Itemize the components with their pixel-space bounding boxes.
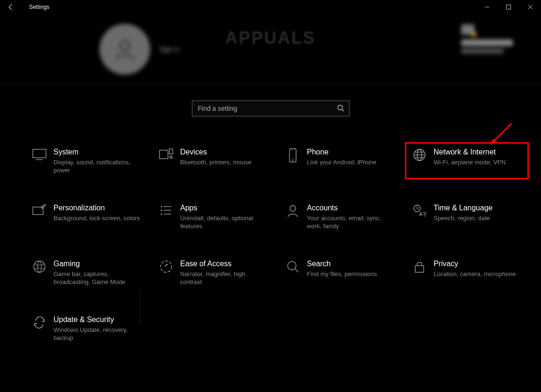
lock-icon: [410, 259, 429, 286]
svg-rect-9: [160, 150, 168, 159]
close-button[interactable]: [519, 0, 541, 14]
tile-update-security[interactable]: Update & SecurityWindows Update, recover…: [28, 313, 145, 344]
tile-desc: Game bar, captures, broadcasting, Game M…: [53, 270, 140, 286]
svg-rect-1: [507, 5, 511, 9]
phone-icon: [283, 147, 302, 174]
tile-title: Update & Security: [53, 315, 140, 324]
devices-icon: [157, 147, 175, 174]
tile-desc: Link your Android, iPhone: [307, 158, 376, 166]
tile-desc: Background, lock screen, colors: [53, 214, 140, 222]
tile-desc: Windows Update, recovery, backup: [53, 326, 140, 342]
windows-update-icon: [461, 24, 474, 35]
windows-update-card[interactable]: [461, 24, 513, 54]
svg-line-32: [295, 269, 298, 272]
tile-apps[interactable]: AppsUninstall, defaults, optional featur…: [155, 201, 272, 232]
tile-desc: Display, sound, notifications, power: [53, 158, 140, 174]
maximize-button[interactable]: [498, 0, 519, 14]
tile-desc: Speech, region, date: [434, 214, 493, 222]
apps-icon: [157, 203, 175, 230]
tile-personalization[interactable]: PersonalizationBackground, lock screen, …: [28, 201, 145, 232]
svg-line-6: [342, 109, 344, 111]
settings-grid: SystemDisplay, sound, notifications, pow…: [28, 146, 541, 344]
title-bar: Settings: [0, 0, 541, 14]
svg-line-34: [493, 123, 511, 142]
gaming-icon: [30, 259, 49, 286]
update-icon: [30, 315, 49, 342]
separator: [140, 289, 140, 325]
svg-point-11: [170, 156, 172, 159]
tile-phone[interactable]: PhoneLink your Android, iPhone: [282, 146, 399, 176]
tile-desc: Uninstall, defaults, optional features: [180, 214, 267, 230]
system-icon: [30, 147, 49, 174]
tile-ease-of-access[interactable]: Ease of AccessNarrator, magnifier, high …: [155, 257, 272, 288]
watermark-text: APPUALS: [225, 28, 316, 48]
tile-time-language[interactable]: A字 Time & LanguageSpeech, region, date: [408, 201, 526, 232]
sign-in-link[interactable]: Sign in: [160, 46, 180, 53]
windows-update-subtitle: [461, 49, 503, 54]
tile-devices[interactable]: DevicesBluetooth, printers, mouse: [155, 146, 272, 176]
personalization-icon: [30, 203, 49, 230]
search-box[interactable]: [192, 100, 350, 116]
tile-desc: Narrator, magnifier, high contrast: [180, 270, 267, 286]
tile-title: Phone: [307, 147, 376, 157]
window-controls: [476, 0, 541, 14]
tile-title: System: [53, 147, 140, 157]
tile-title: Accounts: [307, 203, 394, 213]
accounts-icon: [283, 203, 302, 230]
svg-point-29: [34, 261, 45, 272]
window-title: Settings: [29, 4, 49, 10]
tile-title: Time & Language: [434, 203, 493, 213]
svg-rect-33: [415, 266, 424, 272]
svg-point-31: [288, 261, 296, 270]
windows-update-title: [461, 39, 513, 46]
tile-desc: Bluetooth, printers, mouse: [180, 158, 251, 166]
tile-system[interactable]: SystemDisplay, sound, notifications, pow…: [28, 146, 145, 176]
tile-title: Ease of Access: [180, 259, 267, 269]
time-language-icon: A字: [410, 203, 429, 230]
ease-of-access-icon: [157, 259, 175, 286]
header-area: Sign in APPUALS: [0, 14, 541, 85]
svg-rect-7: [33, 149, 46, 158]
user-avatar[interactable]: [99, 24, 150, 75]
annotation-arrow: [488, 121, 516, 149]
tile-desc: Location, camera, microphone: [434, 270, 516, 278]
search-input[interactable]: [192, 104, 349, 113]
svg-rect-19: [33, 207, 43, 215]
tile-desc: Wi-Fi, airplane mode, VPN: [434, 158, 506, 166]
svg-point-5: [338, 105, 343, 110]
tile-search[interactable]: SearchFind my files, permissions: [282, 257, 399, 288]
search-tile-icon: [283, 259, 302, 286]
back-button[interactable]: [0, 0, 22, 14]
tile-title: Devices: [180, 147, 251, 157]
tile-title: Gaming: [53, 259, 140, 269]
globe-icon: [410, 147, 429, 174]
tile-title: Search: [307, 259, 377, 269]
tile-privacy[interactable]: PrivacyLocation, camera, microphone: [408, 257, 526, 288]
svg-point-30: [160, 261, 172, 272]
tile-desc: Your accounts, email, sync, work, family: [307, 214, 394, 230]
svg-rect-10: [169, 149, 173, 154]
tile-network[interactable]: Network & InternetWi-Fi, airplane mode, …: [408, 146, 526, 176]
svg-marker-35: [490, 138, 496, 145]
svg-point-26: [290, 206, 296, 211]
tile-title: Privacy: [434, 259, 516, 269]
svg-point-4: [120, 41, 130, 50]
tile-accounts[interactable]: AccountsYour accounts, email, sync, work…: [282, 201, 399, 232]
tile-title: Apps: [180, 203, 267, 213]
search-icon: [337, 104, 344, 112]
tile-desc: Find my files, permissions: [307, 270, 377, 278]
tile-title: Network & Internet: [434, 147, 506, 157]
minimize-button[interactable]: [476, 0, 498, 14]
tile-gaming[interactable]: GamingGame bar, captures, broadcasting, …: [28, 257, 145, 288]
tile-title: Personalization: [53, 203, 140, 213]
svg-text:A字: A字: [419, 211, 427, 217]
svg-point-13: [292, 160, 294, 161]
